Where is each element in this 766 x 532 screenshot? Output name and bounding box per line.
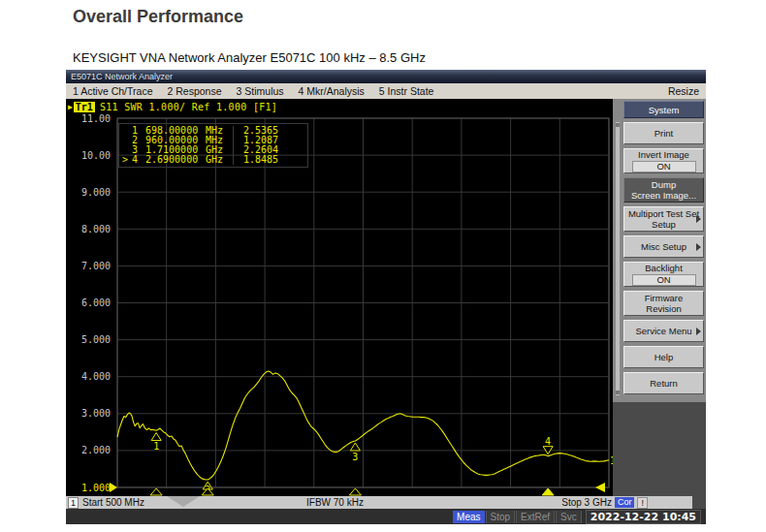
marker-4-number: 4 [545, 436, 551, 447]
marker-3-icon [350, 443, 360, 451]
status-meas-badge: Meas [453, 511, 484, 523]
y-axis-tick-label: 10.00 [81, 150, 111, 161]
y-axis-tick-label: 1.000 [81, 483, 111, 493]
channel-number-badge: 1 [68, 497, 79, 509]
softkey-multiport-test-set-setup[interactable]: Multiport Test SetSetup [623, 206, 704, 232]
window-body: 11.0010.009.0008.0007.0006.0005.0004.000… [66, 99, 706, 496]
window-title: E5071C Network Analyzer [71, 72, 173, 81]
scroll-down-icon[interactable] [616, 391, 620, 394]
softkey-print[interactable]: Print [623, 122, 704, 144]
y-axis-tick-label: 6.000 [81, 297, 111, 308]
marker-4-unit: GHz [206, 155, 233, 165]
softkey-backlight-label: Backlight [645, 263, 683, 273]
stop-frequency-group: Stop 3 GHz Cor ! [561, 496, 648, 509]
backlight-state: ON [632, 274, 696, 286]
y-axis-tick-label: 8.000 [81, 224, 111, 235]
softkey-scrollbar[interactable] [615, 121, 621, 396]
softkey-buttons: SystemPrintInvert ImageONDumpScreen Imag… [623, 101, 704, 398]
status-extref-badge: ExtRef [516, 511, 555, 523]
softkey-firmware-revision-label: Firmware [645, 293, 684, 303]
softkey-return[interactable]: Return [623, 372, 704, 394]
softkey-system-label: System [649, 105, 680, 115]
channel-status-bar: 1 Start 500 MHz IFBW 70 kHz Stop 3 GHz C… [66, 496, 692, 509]
multiport-test-set-setup-submenu-arrow-icon [696, 215, 701, 223]
alert-badge: ! [637, 497, 648, 509]
marker-table-row: >42.6900000GHz1.8485 [119, 155, 307, 165]
instrument-status-badges: MeasStopExtRefSvc [452, 511, 582, 523]
sweep-indicator-icon [595, 483, 605, 492]
page-title: Overall Performance [73, 7, 243, 27]
status-stop-badge: Stop [486, 511, 516, 523]
y-axis-tick-label: 4.000 [81, 371, 111, 382]
softkey-return-label: Return [650, 378, 678, 389]
vna-window: E5071C Network Analyzer 1 Active Ch/Trac… [66, 70, 706, 524]
misc-setup-submenu-arrow-icon [696, 243, 701, 251]
menu-stimulus[interactable]: 3 Stimulus [237, 85, 284, 97]
softkey-firmware-revision-label: Revision [646, 303, 681, 314]
softkey-system[interactable]: System [623, 101, 704, 118]
menu-active-ch-trace[interactable]: 1 Active Ch/Trace [73, 85, 152, 97]
softkey-misc-setup-label: Misc Setup [641, 241, 686, 252]
marker-1-number: 1 [153, 441, 159, 452]
softkey-invert-image[interactable]: Invert ImageON [623, 148, 704, 173]
menu-bar: 1 Active Ch/Trace 2 Response 3 Stimulus … [66, 83, 706, 99]
softkey-help-label: Help [654, 352, 674, 362]
invert-image-state: ON [632, 161, 696, 172]
softkey-print-label: Print [654, 128, 674, 139]
y-axis-tick-label: 7.000 [81, 261, 111, 271]
softkey-dump-screen-image-label: Dump [652, 179, 676, 190]
trace-params: S11 SWR 1.000/ Ref 1.000 [F1] [100, 102, 277, 112]
softkey-dump-screen-image[interactable]: DumpScreen Image... [623, 177, 704, 203]
gray-notch-artifact [167, 496, 200, 507]
page-subtitle: KEYSIGHT VNA Network Analyzer E5071C 100… [73, 50, 426, 65]
y-axis-tick-label: 3.000 [81, 408, 111, 419]
y-axis-tick-label: 5.000 [81, 334, 111, 345]
vna-screen: 11.0010.009.0008.0007.0006.0005.0004.000… [66, 99, 613, 496]
scroll-up-icon[interactable] [616, 123, 620, 127]
softkey-misc-setup[interactable]: Misc Setup [623, 235, 704, 258]
window-titlebar[interactable]: E5071C Network Analyzer [66, 70, 706, 83]
trace-status: ▶ Tr1 S11 SWR 1.000/ Ref 1.000 [F1] [68, 101, 277, 113]
y-axis-tick-label: 9.000 [81, 187, 111, 198]
softkey-service-menu-label: Service Menu [635, 326, 691, 336]
marker-3-number: 3 [352, 452, 358, 462]
y-axis-tick-label: 11.00 [81, 113, 111, 124]
marker-readout-table: 1698.00000MHz2.53652960.00000MHz1.208731… [118, 123, 308, 168]
softkey-multiport-test-set-setup-label: Multiport Test Set [628, 208, 699, 219]
softkey-firmware-revision[interactable]: FirmwareRevision [623, 291, 704, 316]
menu-resize[interactable]: Resize [668, 85, 699, 97]
softkey-sidebar: SystemPrintInvert ImageONDumpScreen Imag… [613, 99, 706, 496]
y-axis-tick-label: 2.000 [81, 445, 111, 455]
datetime-label: 2022-12-22 10:45 [586, 510, 701, 524]
marker-1-stimulus-icon [150, 488, 162, 495]
marker-1-icon [151, 432, 161, 440]
marker-3-stimulus-icon [349, 488, 361, 495]
stop-frequency-label[interactable]: Stop 3 GHz [561, 497, 612, 508]
correction-badge: Cor [615, 497, 635, 508]
marker-4-stimulus-icon [542, 488, 554, 495]
trace-badge: Tr1 [74, 102, 95, 112]
menu-mkr-analysis[interactable]: 4 Mkr/Analysis [299, 85, 365, 97]
active-trace-pointer-icon: ▶ [68, 103, 73, 111]
status-svc-badge: Svc [556, 511, 582, 523]
softkey-multiport-test-set-setup-label: Setup [652, 219, 676, 230]
instrument-status-bar: MeasStopExtRefSvc 2022-12-22 10:45 [66, 509, 706, 524]
softkey-help[interactable]: Help [623, 346, 704, 368]
softkey-invert-image-label: Invert Image [638, 149, 689, 160]
reference-level-icon [110, 483, 117, 492]
menu-instr-state[interactable]: 5 Instr State [379, 85, 434, 97]
marker-4-sel: > [119, 155, 128, 165]
softkey-backlight[interactable]: BacklightON [623, 262, 704, 287]
softkey-dump-screen-image-label: Screen Image... [631, 190, 696, 201]
channel-status-row: 1 Start 500 MHz IFBW 70 kHz Stop 3 GHz C… [66, 496, 706, 509]
service-menu-submenu-arrow-icon [696, 328, 701, 335]
start-frequency-label[interactable]: Start 500 MHz [82, 497, 144, 508]
marker-4-freq: 2.6900000 [145, 155, 206, 165]
softkey-service-menu[interactable]: Service Menu [623, 320, 704, 342]
ifbw-label[interactable]: IFBW 70 kHz [306, 497, 364, 508]
marker-4-n: 4 [128, 155, 138, 165]
status-row-filler [692, 496, 706, 509]
marker-4-val: 1.8485 [233, 155, 302, 165]
menu-response[interactable]: 2 Response [167, 85, 221, 97]
